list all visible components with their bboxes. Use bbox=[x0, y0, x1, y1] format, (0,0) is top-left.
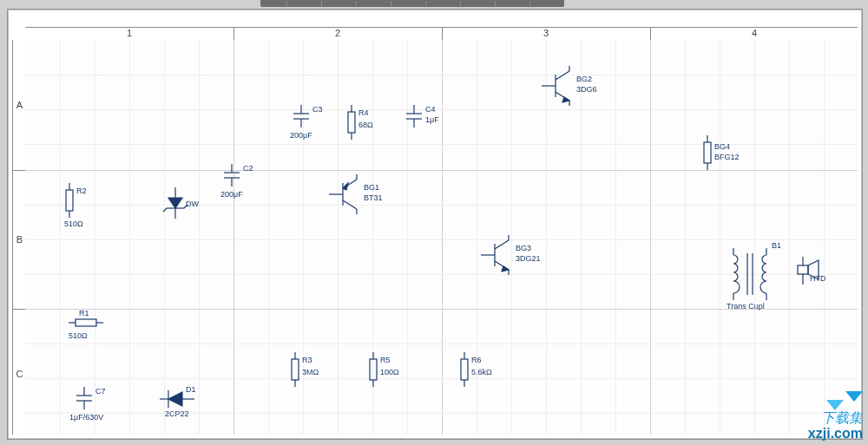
wm-line1: 下载集 bbox=[821, 410, 863, 425]
svg-line-7 bbox=[163, 208, 167, 212]
val-C3: 200μF bbox=[290, 131, 312, 141]
val-BG1: BT31 bbox=[364, 193, 383, 203]
ref-BG4: BG4 bbox=[714, 142, 730, 152]
svg-rect-46 bbox=[704, 142, 711, 163]
sheet-frame: 1 2 3 4 A B C R2 510Ω bbox=[7, 9, 863, 440]
toolbar-stub bbox=[260, 0, 564, 7]
col-4: 4 bbox=[650, 28, 858, 38]
val-BG4: BFG12 bbox=[714, 153, 740, 162]
val-R6: 5.6kΩ bbox=[471, 368, 492, 377]
col-3: 3 bbox=[442, 28, 650, 38]
val-R2: 510Ω bbox=[64, 219, 83, 229]
val-R4: 68Ω bbox=[358, 121, 373, 130]
ref-C4: C4 bbox=[425, 105, 436, 115]
val-C7: 1μF/630V bbox=[69, 413, 103, 422]
svg-rect-66 bbox=[461, 359, 468, 380]
ref-DW: DW bbox=[186, 200, 199, 209]
ref-D1: D1 bbox=[186, 385, 196, 395]
ref-R5: R5 bbox=[380, 356, 391, 365]
ref-R6: R6 bbox=[471, 356, 482, 365]
val-R5: 100Ω bbox=[380, 368, 399, 377]
ref-C3: C3 bbox=[312, 105, 323, 115]
svg-rect-18 bbox=[348, 112, 355, 133]
svg-rect-60 bbox=[292, 359, 299, 380]
schematic-canvas[interactable]: R2 510Ω DW C2 200μF C3 200μF R4 68Ω bbox=[25, 40, 858, 435]
svg-line-40 bbox=[495, 240, 509, 249]
val-C4: 1μF bbox=[425, 115, 439, 125]
wm-line2: xzji.com bbox=[808, 426, 863, 441]
svg-marker-4 bbox=[168, 198, 182, 208]
col-1: 1 bbox=[25, 28, 233, 38]
svg-marker-30 bbox=[343, 183, 348, 190]
row-b: B bbox=[13, 170, 26, 309]
ref-R2: R2 bbox=[76, 187, 87, 196]
svg-line-28 bbox=[343, 200, 357, 209]
ref-B1: B1 bbox=[772, 241, 781, 251]
watermark: 下载集 xzji.com bbox=[808, 388, 863, 442]
ref-HTD: HTD bbox=[810, 274, 826, 284]
svg-rect-1 bbox=[66, 190, 73, 211]
svg-marker-37 bbox=[562, 97, 569, 102]
val-R3: 3MΩ bbox=[302, 368, 319, 377]
svg-rect-49 bbox=[76, 319, 96, 326]
row-c: C bbox=[13, 309, 26, 439]
ref-C7: C7 bbox=[95, 387, 106, 396]
val-B1: Trans Cupl bbox=[727, 302, 765, 311]
val-BG2: 3DG6 bbox=[576, 85, 597, 95]
ref-C2: C2 bbox=[243, 164, 253, 173]
svg-line-33 bbox=[556, 71, 569, 80]
ref-BG3: BG3 bbox=[516, 244, 531, 253]
val-R1: 510Ω bbox=[69, 331, 88, 341]
col-2: 2 bbox=[233, 28, 442, 38]
ref-R3: R3 bbox=[302, 356, 312, 365]
svg-rect-75 bbox=[798, 265, 808, 274]
svg-marker-44 bbox=[502, 266, 509, 272]
ref-R4: R4 bbox=[358, 108, 369, 118]
val-BG3: 3DG21 bbox=[516, 254, 541, 264]
row-a: A bbox=[13, 40, 26, 170]
ref-BG2: BG2 bbox=[576, 75, 592, 84]
svg-marker-56 bbox=[168, 392, 182, 406]
ref-BG1: BG1 bbox=[364, 183, 379, 193]
svg-rect-63 bbox=[370, 359, 377, 380]
ref-R1: R1 bbox=[79, 309, 89, 318]
val-D1: 2CP22 bbox=[165, 409, 189, 419]
val-C2: 200μF bbox=[220, 190, 243, 200]
